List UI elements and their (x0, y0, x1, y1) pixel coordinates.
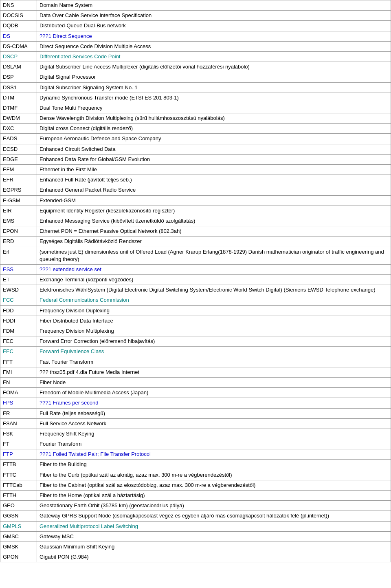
table-row: DSS1Digital Subscriber Signaling System … (0, 82, 391, 93)
definition-cell: ???1 extended service set (37, 264, 391, 274)
abbreviation-cell: DTMF (0, 103, 37, 113)
definition-cell: Extended-GSM (37, 195, 391, 206)
table-row: FOMAFreedom of Mobile Multimedia Access … (0, 388, 391, 398)
definition-cell: Federal Communications Commission (37, 295, 391, 305)
abbreviation-cell: DOCSIS (0, 11, 37, 21)
abbreviation-cell: EIR (0, 206, 37, 216)
abbreviation-cell: FEC (0, 336, 37, 347)
table-row: DS???1 Direct Sequence (0, 31, 391, 41)
table-row: FPS???1 Frames per second (0, 398, 391, 408)
definition-cell: Enhanced Full Rate (javított teljes seb.… (37, 175, 391, 185)
table-row: FTTHFiber to the Home (optikai szál a há… (0, 491, 391, 501)
abbreviation-cell: DSS1 (0, 82, 37, 93)
definition-cell: Ethernet PON = Ethernet Passive Optical … (37, 226, 391, 237)
abbreviation-cell: EMS (0, 216, 37, 226)
table-row: EDGEEnhanced Data Rate for Global/GSM Ev… (0, 154, 391, 164)
table-row: DSPDigital Signal Processor (0, 72, 391, 82)
table-row: EWSDElektronisches WählSystem (Digital E… (0, 285, 391, 295)
abbreviation-cell: FTTH (0, 491, 37, 501)
definition-cell: Fourier Transform (37, 439, 391, 449)
table-row: DXCDigital cross Connect (digitális rend… (0, 124, 391, 134)
abbreviation-cell: FSK (0, 429, 37, 439)
definition-cell: Freedom of Mobile Multimedia Access (Jap… (37, 388, 391, 398)
definition-cell: Digital Signal Processor (37, 72, 391, 82)
table-row: DWDMDense Wavelength Division Multiplexi… (0, 113, 391, 124)
table-row: FFTFast Fourier Transform (0, 357, 391, 367)
definition-cell: Full Rate (teljes sebességű) (37, 408, 391, 418)
table-row: FDMFrequency Division Multiplexing (0, 326, 391, 336)
table-row: DQDBDistributed-Queue Dual-Bus network (0, 21, 391, 31)
table-row: GGSNGateway GPRS Support Node (csomagkap… (0, 511, 391, 521)
abbreviation-cell: FPS (0, 398, 37, 408)
table-row: EFREnhanced Full Rate (javított teljes s… (0, 175, 391, 185)
definition-cell: Frequency Shift Keying (37, 429, 391, 439)
abbreviation-cell: GEO (0, 501, 37, 511)
table-row: GEOGeostationary Earth Orbit (35785 km) … (0, 501, 391, 511)
definition-cell: Geostationary Earth Orbit (35785 km) (ge… (37, 501, 391, 511)
definition-cell: Frequency Division Multiplexing (37, 326, 391, 336)
definition-cell: Generalized Multiprotocol Label Switchin… (37, 521, 391, 531)
table-row: FTP???1 Foiled Twisted Pair; File Transf… (0, 449, 391, 460)
abbreviation-cell: FOMA (0, 388, 37, 398)
abbreviation-cell: FSAN (0, 418, 37, 429)
definition-cell: Digital Subscriber Signaling System No. … (37, 82, 391, 93)
definition-cell: Fiber to the Home (optikai szál a háztar… (37, 491, 391, 501)
table-row: ETExchange Terminal (központi végződés) (0, 275, 391, 285)
table-row: FRFull Rate (teljes sebességű) (0, 408, 391, 418)
table-row: GMSCGateway MSC (0, 531, 391, 542)
abbreviation-cell: ET (0, 275, 37, 285)
definition-cell: Forward Error Correction (előremenő hiba… (37, 336, 391, 347)
table-row: DTMFDual Tone Multi Frequency (0, 103, 391, 113)
table-row: EPONEthernet PON = Ethernet Passive Opti… (0, 226, 391, 237)
definition-cell: Digital cross Connect (digitális rendező… (37, 124, 391, 134)
definition-cell: Ethernet in the First Mile (37, 165, 391, 175)
table-row: EGPRSEnhanced General Packet Radio Servi… (0, 185, 391, 195)
abbreviation-cell: EWSD (0, 285, 37, 295)
definition-cell: Dense Wavelength Division Multiplexing (… (37, 113, 391, 124)
abbreviation-cell: GMPLS (0, 521, 37, 531)
table-row: GPONGigabit PON (G.984) (0, 552, 391, 562)
table-row: DSCPDifferentiated Services Code Point (0, 51, 391, 62)
table-row: FECForward Error Correction (előremenő h… (0, 336, 391, 347)
abbreviation-cell: FDDI (0, 316, 37, 326)
definition-cell: ???1 Direct Sequence (37, 31, 391, 41)
abbreviation-cell: FCC (0, 295, 37, 305)
abbreviation-cell: E-GSM (0, 195, 37, 206)
table-row: EADSEuropean Aeronautic Defence and Spac… (0, 134, 391, 144)
definition-cell: Fiber to the Building (37, 460, 391, 470)
abbreviation-cell: ECSD (0, 144, 37, 154)
abbreviation-cell: GMSC (0, 531, 37, 542)
abbreviation-cell: FN (0, 377, 37, 387)
table-row: FTFourier Transform (0, 439, 391, 449)
table-row: FMI??? thsz05.pdf 4.dia Future Media Int… (0, 367, 391, 377)
table-row: FCCFederal Communications Commission (0, 295, 391, 305)
abbreviation-cell: DS (0, 31, 37, 41)
table-row: EFMEthernet in the First Mile (0, 165, 391, 175)
definition-cell: Fiber to the Curb (optikai szál az aknái… (37, 470, 391, 480)
abbreviation-cell: Erl (0, 247, 37, 264)
abbreviation-cell: EDGE (0, 154, 37, 164)
definition-cell: Gateway GPRS Support Node (csomagkapcsol… (37, 511, 391, 521)
definition-cell: ???1 Frames per second (37, 398, 391, 408)
abbreviation-cell: DTM (0, 93, 37, 103)
table-row: ERDEgységes Digitális Rádiótávközlő Rend… (0, 237, 391, 247)
abbreviation-table: DNSDomain Name SystemDOCSISData Over Cab… (0, 0, 391, 562)
table-row: FDDFrequency Division Duplexing (0, 305, 391, 316)
definition-cell: Fast Fourier Transform (37, 357, 391, 367)
definition-cell: (sometimes just E) dimensionless unit of… (37, 247, 391, 264)
definition-cell: Digital Subscriber Line Access Multiplex… (37, 62, 391, 72)
table-row: DS-CDMADirect Sequence Code Division Mul… (0, 41, 391, 51)
table-row: ESS???1 extended service set (0, 264, 391, 274)
table-row: DSLAMDigital Subscriber Line Access Mult… (0, 62, 391, 72)
table-row: FECForward Equivalence Class (0, 347, 391, 357)
table-row: FTTCFiber to the Curb (optikai szál az a… (0, 470, 391, 480)
definition-cell: Differentiated Services Code Point (37, 51, 391, 62)
abbreviation-cell: ERD (0, 237, 37, 247)
abbreviation-cell: EFR (0, 175, 37, 185)
definition-cell: European Aeronautic Defence and Space Co… (37, 134, 391, 144)
definition-cell: Enhanced Data Rate for Global/GSM Evolut… (37, 154, 391, 164)
definition-cell: Gaussian Minimum Shift Keying (37, 542, 391, 552)
abbreviation-cell: FEC (0, 347, 37, 357)
table-row: EIREquipment Identity Register (készülék… (0, 206, 391, 216)
definition-cell: Dynamic Synchronous Transfer mode (ETSI … (37, 93, 391, 103)
